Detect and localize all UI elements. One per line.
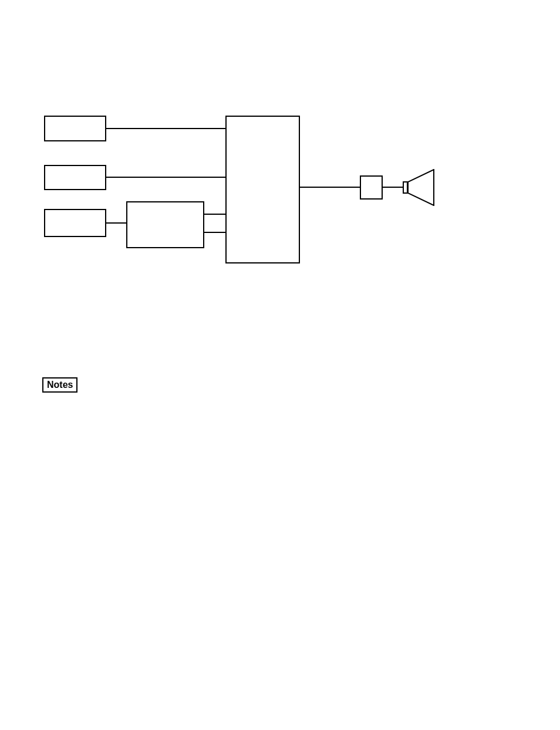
amp-box bbox=[360, 175, 383, 200]
page: Notes bbox=[0, 0, 560, 730]
notes-heading: Notes bbox=[47, 380, 73, 390]
processor-box bbox=[225, 116, 300, 263]
wire-out-1 bbox=[300, 187, 360, 188]
wire-3a bbox=[106, 222, 126, 224]
wire-2 bbox=[106, 177, 225, 178]
speaker-neck bbox=[403, 181, 408, 194]
wire-out-2 bbox=[383, 187, 403, 188]
wire-3b-top bbox=[204, 214, 225, 215]
input-box-1 bbox=[44, 116, 106, 141]
svg-marker-0 bbox=[408, 170, 434, 205]
input-box-2 bbox=[44, 165, 106, 190]
wire-3b-bot bbox=[204, 232, 225, 233]
converter-box bbox=[126, 201, 204, 248]
notes-heading-box: Notes bbox=[42, 377, 77, 393]
input-box-3 bbox=[44, 209, 106, 237]
wire-1 bbox=[106, 128, 225, 129]
speaker-icon bbox=[408, 169, 434, 206]
